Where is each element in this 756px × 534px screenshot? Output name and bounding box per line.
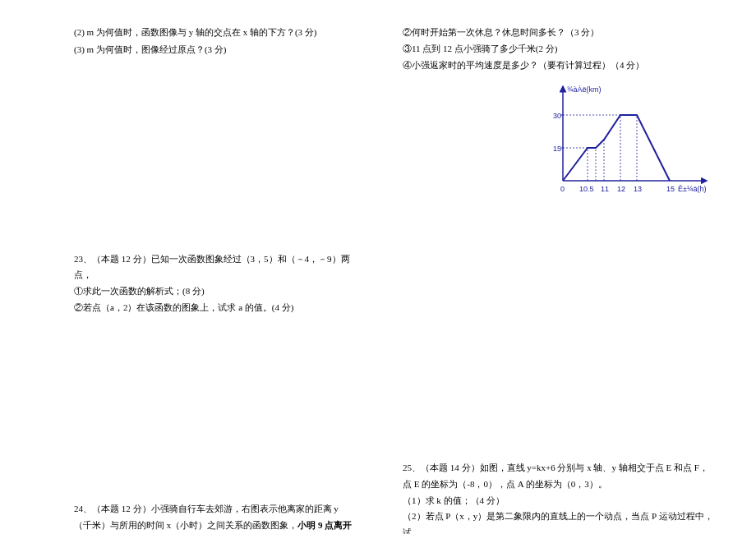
x-tick-11: 11 [601,185,609,193]
y-tick-30: 30 [553,112,561,120]
y-axis-label: ¾àÀë(km) [567,85,602,94]
x-tick-15: 15 [666,185,675,193]
q25-sub2: （2）若点 P（x，y）是第二象限内的直线上的一个动点，当点 P 运动过程中，试 [403,509,715,534]
x-tick-13: 13 [634,185,642,193]
q25-header: 25、（本题 14 分）如图，直线 y=kx+6 分别与 x 轴、y 轴相交于点… [403,460,715,493]
q24-sub4: ④小强返家时的平均速度是多少？（要有计算过程）（4 分） [403,58,715,74]
x-tick-10-5: 10.5 [579,185,594,193]
y-tick-15: 15 [553,145,561,153]
question-23: 23、（本题 12 分）已知一次函数图象经过（3，5）和（－4，－9）两点， ①… [74,251,353,316]
q23-sub2: ②若点（a，2）在该函数的图象上，试求 a 的值。(4 分) [74,300,353,316]
question-24: 24、（本题 12 分）小强骑自行车去郊游，右图表示他离家的距离 y（千米）与所… [74,501,353,534]
x-axis-label: Ê±¼ä(h) [678,185,706,193]
q23-header: 23、（本题 12 分）已知一次函数图象经过（3，5）和（－4，－9）两点， [74,251,353,284]
q22-part3: (3) m 为何值时，图像经过原点？(3 分) [74,42,353,58]
q24-sub2: ②何时开始第一次休息？休息时间多长？（3 分） [403,25,715,41]
q22-part2: (2) m 为何值时，函数图像与 y 轴的交点在 x 轴的下方？(3 分) [74,25,353,41]
x-tick-12: 12 [617,185,625,193]
q24-sub3: ③11 点到 12 点小强骑了多少千米(2 分) [403,41,715,58]
q23-sub1: ①求此一次函数的解析式；(8 分) [74,283,353,300]
distance-time-chart: 15 30 0 10.5 11 12 13 15 ¾àÀë(km) Ê±¼ä(h… [546,82,711,205]
origin-label: 0 [560,185,565,193]
question-25: 25、（本题 14 分）如图，直线 y=kx+6 分别与 x 轴、y 轴相交于点… [403,460,715,534]
q25-sub1: （1）求 k 的值；（4 分） [403,493,715,509]
